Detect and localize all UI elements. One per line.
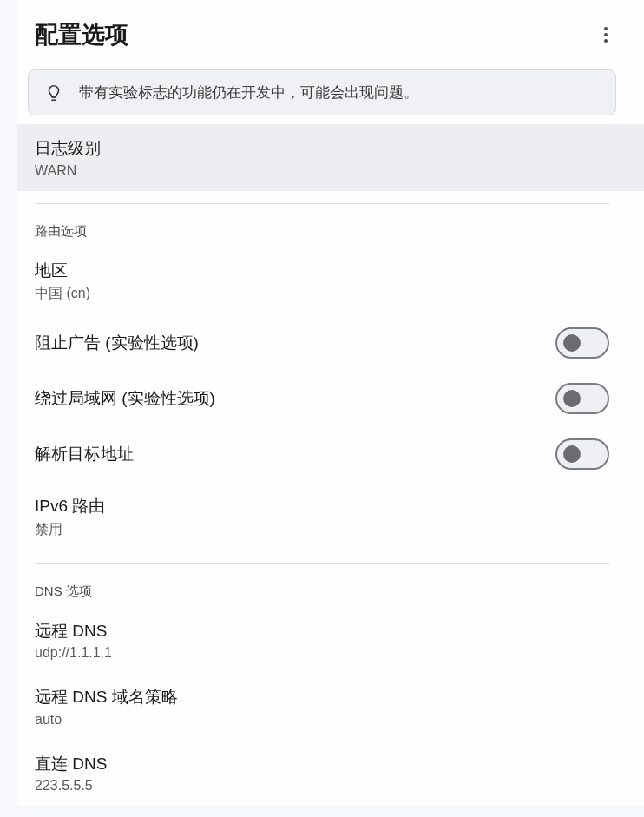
bypass-lan-title: 绕过局域网 (实验性选项) xyxy=(35,386,215,412)
page-title: 配置选项 xyxy=(35,19,128,50)
direct-dns-title: 直连 DNS xyxy=(35,752,609,777)
info-banner-text: 带有实验标志的功能仍在开发中，可能会出现问题。 xyxy=(79,82,418,102)
remote-dns-policy-value: auto xyxy=(35,712,609,728)
remote-dns-policy-item[interactable]: 远程 DNS 域名策略 auto xyxy=(0,673,644,740)
resolve-target-item[interactable]: 解析目标地址 xyxy=(0,426,644,482)
direct-dns-value: 223.5.5.5 xyxy=(35,778,609,794)
block-ads-toggle[interactable] xyxy=(555,327,609,359)
region-item[interactable]: 地区 中国 (cn) xyxy=(0,247,644,316)
bypass-lan-toggle[interactable] xyxy=(555,383,609,414)
more-options-icon[interactable] xyxy=(595,24,616,45)
region-title: 地区 xyxy=(35,259,609,284)
routing-section-header: 路由选项 xyxy=(0,204,644,247)
block-ads-item[interactable]: 阻止广告 (实验性选项) xyxy=(0,315,644,371)
ipv6-title: IPv6 路由 xyxy=(35,494,609,519)
remote-dns-policy-title: 远程 DNS 域名策略 xyxy=(35,685,609,710)
log-level-item[interactable]: 日志级别 WARN xyxy=(0,124,644,191)
remote-dns-title: 远程 DNS xyxy=(35,619,609,644)
log-level-title: 日志级别 xyxy=(35,136,609,161)
bypass-lan-item[interactable]: 绕过局域网 (实验性选项) xyxy=(0,371,644,426)
block-ads-title: 阻止广告 (实验性选项) xyxy=(35,331,199,356)
resolve-target-title: 解析目标地址 xyxy=(35,442,134,467)
direct-dns-item[interactable]: 直连 DNS 223.5.5.5 xyxy=(0,740,644,807)
dns-section-header: DNS 选项 xyxy=(0,564,644,607)
remote-dns-value: udp://1.1.1.1 xyxy=(35,645,609,661)
resolve-target-toggle[interactable] xyxy=(555,438,609,470)
ipv6-item[interactable]: IPv6 路由 禁用 xyxy=(0,482,644,551)
info-banner: 带有实验标志的功能仍在开发中，可能会出现问题。 xyxy=(28,69,616,115)
region-value: 中国 (cn) xyxy=(35,285,609,303)
log-level-value: WARN xyxy=(35,163,609,179)
page-header: 配置选项 xyxy=(0,0,644,69)
remote-dns-item[interactable]: 远程 DNS udp://1.1.1.1 xyxy=(0,607,644,674)
ipv6-value: 禁用 xyxy=(35,521,609,539)
lightbulb-icon xyxy=(44,83,63,102)
